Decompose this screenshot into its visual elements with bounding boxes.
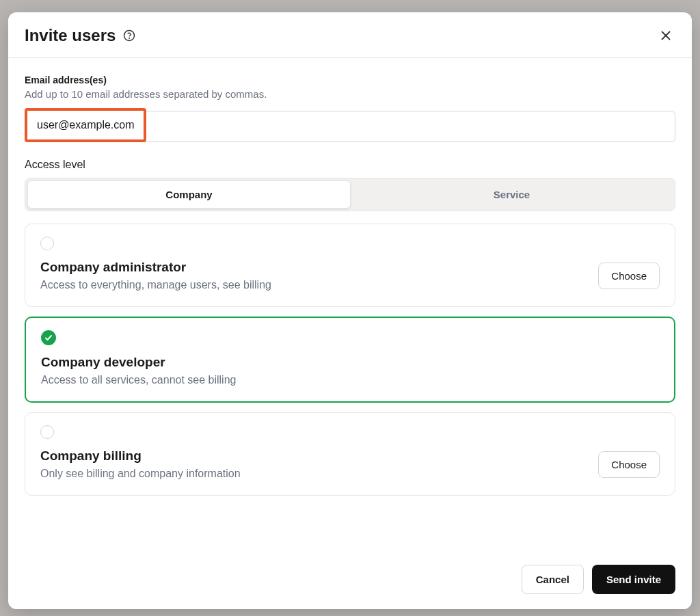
- email-label: Email address(es): [25, 75, 675, 85]
- role-option-company-administrator[interactable]: Company administrator Access to everythi…: [25, 224, 675, 307]
- role-title: Company developer: [41, 355, 659, 370]
- send-invite-button[interactable]: Send invite: [592, 565, 675, 594]
- role-header: Company billing Only see billing and com…: [40, 448, 660, 480]
- role-text: Company billing Only see billing and com…: [40, 448, 598, 480]
- role-description: Access to all services, cannot see billi…: [41, 374, 659, 386]
- role-text: Company developer Access to all services…: [41, 355, 659, 386]
- email-highlight-box: [25, 108, 146, 142]
- dialog-title: Invite users: [25, 26, 116, 45]
- email-input[interactable]: [27, 111, 144, 139]
- role-text: Company administrator Access to everythi…: [40, 260, 598, 291]
- access-level-section: Access level Company Service Company adm…: [25, 159, 675, 496]
- choose-button[interactable]: Choose: [598, 263, 660, 289]
- cancel-button[interactable]: Cancel: [522, 565, 584, 594]
- choose-button[interactable]: Choose: [598, 451, 660, 478]
- email-field-wrapper: [25, 108, 675, 142]
- role-description: Only see billing and company information: [40, 468, 598, 480]
- access-level-tabs: Company Service: [25, 178, 675, 211]
- dialog-header: Invite users: [8, 12, 692, 58]
- role-header: Company developer Access to all services…: [41, 355, 659, 386]
- close-button[interactable]: [656, 26, 675, 45]
- role-title: Company administrator: [40, 260, 598, 275]
- email-help: Add up to 10 email addresses separated b…: [25, 88, 675, 100]
- role-header: Company administrator Access to everythi…: [40, 260, 660, 291]
- role-description: Access to everything, manage users, see …: [40, 279, 598, 291]
- role-option-company-developer[interactable]: Company developer Access to all services…: [25, 317, 675, 403]
- radio-unchecked-icon: [40, 425, 54, 439]
- radio-checked-icon: [41, 330, 56, 345]
- dialog-header-left: Invite users: [25, 26, 136, 45]
- dialog-body: Email address(es) Add up to 10 email add…: [8, 58, 692, 552]
- role-title: Company billing: [40, 448, 598, 464]
- tab-company[interactable]: Company: [27, 180, 351, 209]
- role-option-company-billing[interactable]: Company billing Only see billing and com…: [25, 412, 675, 496]
- help-icon[interactable]: [122, 29, 136, 42]
- tab-service[interactable]: Service: [351, 180, 673, 209]
- invite-users-dialog: Invite users Email address(es) Add up to…: [8, 12, 692, 609]
- dialog-footer: Cancel Send invite: [8, 552, 692, 609]
- access-level-label: Access level: [25, 159, 675, 171]
- radio-unchecked-icon: [40, 237, 54, 250]
- email-field-group: Email address(es) Add up to 10 email add…: [25, 75, 675, 142]
- svg-point-1: [129, 38, 130, 38]
